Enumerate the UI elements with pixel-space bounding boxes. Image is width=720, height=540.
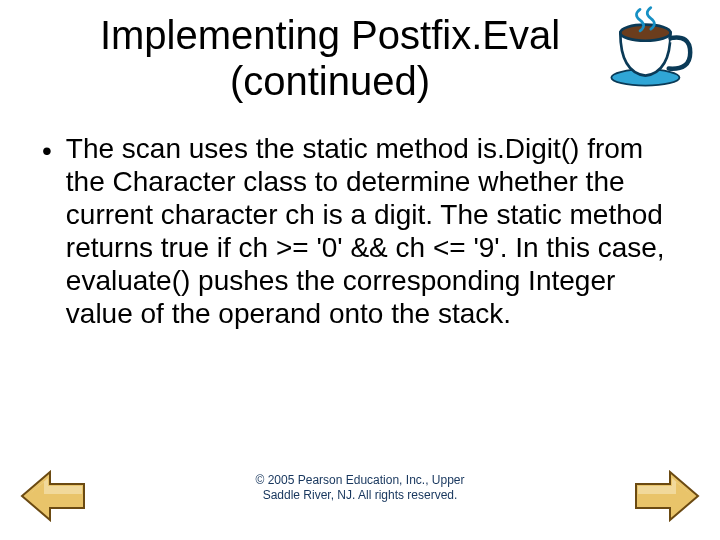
svg-marker-4 xyxy=(636,472,698,520)
title-line-2: (continued) xyxy=(230,59,430,103)
copyright-footer: © 2005 Pearson Education, Inc., Upper Sa… xyxy=(0,473,720,502)
title-line-1: Implementing Postfix.Eval xyxy=(100,13,560,57)
next-slide-button[interactable] xyxy=(634,470,700,526)
bullet-marker: • xyxy=(42,132,66,168)
next-arrow-icon xyxy=(634,470,700,522)
prev-slide-button[interactable] xyxy=(20,470,86,526)
body-text: The scan uses the static method is.Digit… xyxy=(66,132,678,330)
footer-line-2: Saddle River, NJ. All rights reserved. xyxy=(263,488,458,502)
prev-arrow-icon xyxy=(20,470,86,522)
svg-point-1 xyxy=(620,25,670,41)
svg-marker-2 xyxy=(22,472,84,520)
coffee-cup-icon xyxy=(604,4,694,90)
slide-body: • The scan uses the static method is.Dig… xyxy=(0,104,720,330)
footer-line-1: © 2005 Pearson Education, Inc., Upper xyxy=(256,473,465,487)
